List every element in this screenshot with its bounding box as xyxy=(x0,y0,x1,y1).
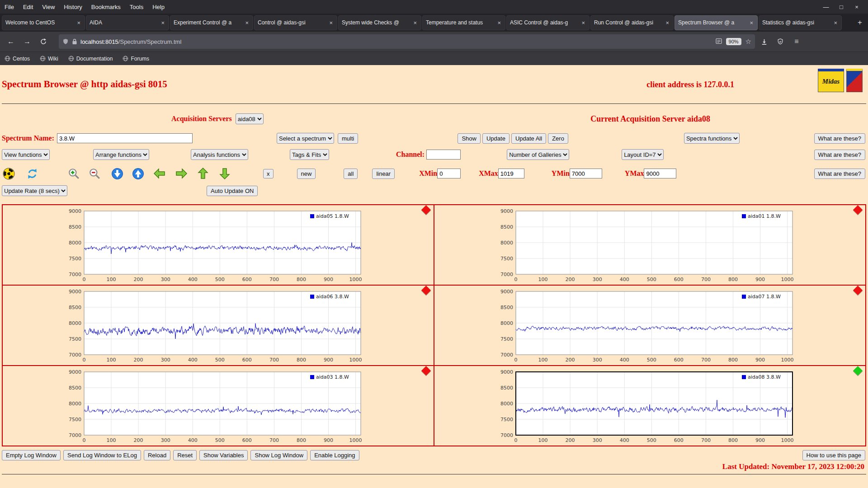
move-up-icon[interactable] xyxy=(196,167,210,180)
tab-experiment-control-a[interactable]: Experiment Control @ a× xyxy=(170,15,253,30)
tab-run-control-aidas-gsi[interactable]: Run Control @ aidas-gsi× xyxy=(590,15,674,30)
radiation-icon[interactable] xyxy=(2,167,15,180)
tab-aida[interactable]: AIDA× xyxy=(86,15,169,30)
view-functions-dropdown[interactable]: View functions xyxy=(2,149,50,160)
tab-close-icon[interactable]: × xyxy=(496,19,502,26)
bookmark-forums[interactable]: Forums xyxy=(123,56,149,62)
tab-statistics-aidas-gsi[interactable]: Statistics @ aidas-gsi× xyxy=(759,15,842,30)
bookmark-documentation[interactable]: Documentation xyxy=(68,56,113,62)
maximize-button[interactable]: □ xyxy=(834,1,849,13)
account-shield-icon[interactable] xyxy=(773,35,788,48)
spectra-functions-dropdown[interactable]: Spectra functions xyxy=(684,133,740,144)
linear-button[interactable]: linear xyxy=(372,169,395,179)
shield-icon[interactable] xyxy=(62,38,69,45)
scroll-up-icon[interactable] xyxy=(131,167,145,180)
spectrum-panel-aida08-3-8-w[interactable]: 7000750080008500900001002003004005006007… xyxy=(434,366,866,446)
auto-update-button[interactable]: Auto Update ON xyxy=(207,186,258,196)
back-button[interactable]: ← xyxy=(4,35,18,48)
xmin-input[interactable] xyxy=(437,169,461,178)
channel-input[interactable] xyxy=(426,150,461,160)
reload-button[interactable]: Reload xyxy=(144,450,170,460)
tab-close-icon[interactable]: × xyxy=(665,19,670,26)
move-right-icon[interactable] xyxy=(175,167,188,180)
analysis-functions-dropdown[interactable]: Analysis functions xyxy=(191,149,248,160)
tab-close-icon[interactable]: × xyxy=(244,19,250,26)
tab-asic-control-aidas-g[interactable]: ASIC Control @ aidas-g× xyxy=(506,15,590,30)
zoom-in-icon[interactable] xyxy=(67,167,80,180)
tab-temperature-and-status[interactable]: Temperature and status× xyxy=(422,15,505,30)
bookmark-wiki[interactable]: Wiki xyxy=(40,56,58,62)
spectrum-panel-aida01-1-8-w[interactable]: 7000750080008500900001002003004005006007… xyxy=(434,205,866,285)
spectrum-panel-aida06-3-8-w[interactable]: 7000750080008500900001002003004005006007… xyxy=(2,285,434,366)
menu-view[interactable]: View xyxy=(38,0,59,14)
tab-close-icon[interactable]: × xyxy=(833,19,838,26)
minimize-button[interactable]: — xyxy=(818,1,834,13)
zoom-level[interactable]: 90% xyxy=(726,38,741,45)
menu-help[interactable]: Help xyxy=(148,0,169,14)
show-log-window-button[interactable]: Show Log Window xyxy=(250,450,307,460)
refresh-icon[interactable] xyxy=(25,167,39,180)
lock-icon[interactable] xyxy=(72,38,77,45)
send-log-window-to-elog-button[interactable]: Send Log Window to ELog xyxy=(63,450,141,460)
zoom-out-icon[interactable] xyxy=(88,167,101,180)
xmax-input[interactable] xyxy=(498,169,524,178)
new-tab-button[interactable]: + xyxy=(853,16,867,29)
multi-button[interactable]: multi xyxy=(338,133,358,144)
new-button[interactable]: new xyxy=(297,169,316,179)
bookmark-centos[interactable]: Centos xyxy=(5,56,30,62)
spectrum-panel-aida07-1-8-w[interactable]: 7000750080008500900001002003004005006007… xyxy=(434,285,866,366)
downloads-icon[interactable] xyxy=(757,35,771,48)
menu-button[interactable]: ≡ xyxy=(789,35,804,48)
what-are-these-button-1[interactable]: What are these? xyxy=(814,133,865,144)
acquisition-server-select[interactable]: aida08 xyxy=(236,113,264,124)
ymin-input[interactable] xyxy=(570,169,602,178)
tab-close-icon[interactable]: × xyxy=(160,19,165,26)
spectrum-panel-aida03-1-8-w[interactable]: 7000750080008500900001002003004005006007… xyxy=(2,366,434,446)
forward-button[interactable]: → xyxy=(20,35,34,48)
tags-fits-dropdown[interactable]: Tags & Fits xyxy=(290,149,329,160)
tab-close-icon[interactable]: × xyxy=(328,19,334,26)
reader-mode-icon[interactable] xyxy=(716,38,722,46)
scroll-down-icon[interactable] xyxy=(110,167,124,180)
tab-welcome-to-centos[interactable]: Welcome to CentOS× xyxy=(2,15,85,30)
layout-id-dropdown[interactable]: Layout ID=7 xyxy=(622,149,664,160)
how-to-use-button[interactable]: How to use this page xyxy=(802,450,865,460)
move-left-icon[interactable] xyxy=(153,167,166,180)
reset-button[interactable]: Reset xyxy=(173,450,197,460)
spectrum-name-input[interactable] xyxy=(57,133,193,143)
x-button[interactable]: x xyxy=(263,169,274,178)
what-are-these-button-2[interactable]: What are these? xyxy=(814,150,865,160)
bookmark-star-icon[interactable]: ☆ xyxy=(745,38,751,46)
menu-file[interactable]: File xyxy=(0,0,19,14)
tab-close-icon[interactable]: × xyxy=(749,19,754,26)
reload-button[interactable] xyxy=(36,35,51,48)
menu-history[interactable]: History xyxy=(59,0,86,14)
all-button[interactable]: all xyxy=(344,169,358,179)
tab-close-icon[interactable]: × xyxy=(580,19,586,26)
what-are-these-button-3[interactable]: What are these? xyxy=(814,169,865,179)
menu-bookmarks[interactable]: Bookmarks xyxy=(87,0,125,14)
zero-button[interactable]: Zero xyxy=(548,133,568,144)
tab-spectrum-browser-a[interactable]: Spectrum Browser @ a× xyxy=(675,15,758,30)
ymax-input[interactable] xyxy=(644,169,676,178)
empty-log-window-button[interactable]: Empty Log Window xyxy=(2,450,61,460)
spectrum-panel-aida05-1-8-w[interactable]: 7000750080008500900001002003004005006007… xyxy=(2,205,434,285)
update-all-button[interactable]: Update All xyxy=(511,133,546,144)
facility-logo[interactable] xyxy=(846,69,863,92)
menu-tools[interactable]: Tools xyxy=(125,0,148,14)
select-spectrum-dropdown[interactable]: Select a spectrum xyxy=(277,133,334,144)
tab-close-icon[interactable]: × xyxy=(76,19,81,26)
tab-system-wide-checks[interactable]: System wide Checks @× xyxy=(338,15,421,30)
enable-logging-button[interactable]: Enable Logging xyxy=(310,450,359,460)
show-variables-button[interactable]: Show Variables xyxy=(199,450,248,460)
update-rate-dropdown[interactable]: Update Rate (8 secs) xyxy=(2,185,67,196)
arrange-functions-dropdown[interactable]: Arrange functions xyxy=(93,149,149,160)
move-down-icon[interactable] xyxy=(218,167,231,180)
show-button[interactable]: Show xyxy=(458,133,481,144)
tab-close-icon[interactable]: × xyxy=(412,19,418,26)
url-bar[interactable]: localhost:8015/Spectrum/Spectrum.tml 90%… xyxy=(59,34,755,49)
close-button[interactable]: × xyxy=(849,1,864,13)
number-of-galleries-dropdown[interactable]: Number of Galleries xyxy=(507,149,569,160)
menu-edit[interactable]: Edit xyxy=(19,0,38,14)
tab-control-aidas-gsi[interactable]: Control @ aidas-gsi× xyxy=(254,15,337,30)
